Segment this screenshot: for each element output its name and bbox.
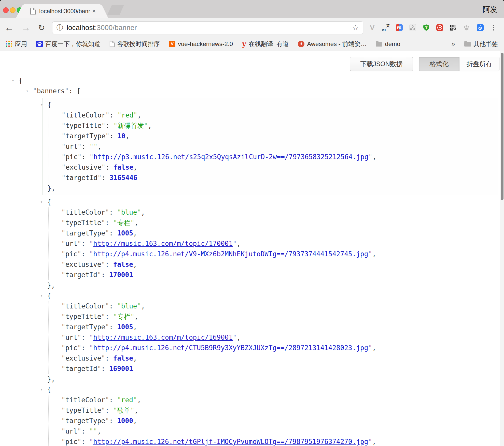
- address-bar[interactable]: ⓘ localhost:3000/banner ☆: [52, 21, 363, 34]
- json-token: ": [77, 334, 81, 341]
- json-link[interactable]: http://p4.music.126.net/V9-MXz6b2MNhEKju…: [93, 250, 368, 258]
- collapse-triangle-icon[interactable]: ▾: [38, 291, 45, 301]
- new-tab-button[interactable]: [107, 5, 124, 15]
- back-button[interactable]: ←: [5, 23, 14, 32]
- json-line: ▾"banners": [: [33, 86, 500, 96]
- translate-extension-icon[interactable]: 英 en: [382, 24, 389, 31]
- json-link[interactable]: http://music.163.com/m/topic/170001: [93, 240, 233, 247]
- json-token: ": [368, 344, 372, 352]
- bookmark-folder-demo[interactable]: demo: [376, 40, 400, 48]
- json-token: ": [117, 111, 121, 119]
- translate-source-label: en: [382, 27, 386, 32]
- collapse-triangle-icon[interactable]: ▾: [39, 100, 45, 110]
- url-text[interactable]: localhost:3000/banner: [67, 24, 137, 32]
- json-token: },: [47, 281, 55, 289]
- scrollbar-track[interactable]: [500, 51, 504, 446]
- json-line: "exclusive": false,: [61, 259, 500, 270]
- json-value-number: 1000: [117, 417, 133, 425]
- bookmark-youdao[interactable]: y 在线翻译_有道: [242, 40, 289, 48]
- json-token: ": [61, 344, 65, 352]
- bookmark-google-sort[interactable]: 谷歌按时间排序: [109, 40, 160, 48]
- page-icon: [30, 8, 36, 14]
- format-button[interactable]: 格式化: [419, 57, 459, 71]
- json-line: ▾{: [47, 100, 498, 110]
- json-token: ": [33, 87, 37, 95]
- chrome-menu-icon[interactable]: [490, 24, 497, 31]
- json-token: ": [130, 313, 134, 320]
- tab-strip: localhost:3000/banner × 阿发: [0, 0, 504, 18]
- json-token: ": [105, 229, 109, 237]
- json-token: :: [109, 302, 117, 310]
- reload-button[interactable]: ↻: [38, 24, 45, 32]
- collapse-all-button[interactable]: 折叠所有: [459, 57, 499, 71]
- json-token: ": [89, 427, 93, 435]
- json-value-string: red: [121, 111, 133, 119]
- json-token: ": [89, 438, 93, 445]
- json-token: {: [47, 198, 51, 206]
- json-token: :: [105, 313, 113, 320]
- tab-close-icon[interactable]: ×: [92, 8, 96, 15]
- json-link[interactable]: http://p3.music.126.net/s25q2x5QyqsAzilC…: [93, 153, 368, 161]
- collapse-triangle-icon[interactable]: ▾: [24, 86, 30, 96]
- json-token: :: [105, 163, 113, 171]
- bookmark-awesomes[interactable]: A Awesomes - 前端资…: [298, 40, 367, 48]
- page-info-icon[interactable]: ⓘ: [57, 23, 63, 32]
- json-value-number: 10: [117, 132, 125, 140]
- json-key: pic: [65, 438, 77, 445]
- youdao-icon: y: [242, 40, 246, 47]
- json-line: "pic": "http://p4.music.126.net/tGPljf-I…: [61, 437, 500, 446]
- json-token: ": [105, 302, 109, 310]
- json-children: "titleColor": "red","typeTitle": "新碟首发",…: [49, 110, 498, 183]
- bookmarks-overflow-chevron[interactable]: »: [452, 40, 455, 48]
- vue-devtools-extension-icon[interactable]: V: [369, 24, 376, 31]
- json-key: typeTitle: [65, 313, 101, 320]
- bookmark-star-icon[interactable]: ☆: [352, 23, 359, 32]
- json-link[interactable]: http://p4.music.126.net/tGPljf-IMOCyPvum…: [93, 438, 368, 445]
- bookmark-label: demo: [385, 40, 400, 48]
- fe-extension-icon[interactable]: FE: [396, 24, 403, 31]
- json-token: ,: [133, 229, 137, 237]
- json-line: ▾{: [47, 291, 500, 301]
- collapse-triangle-icon[interactable]: ▾: [38, 197, 45, 207]
- bookmark-apps[interactable]: 应用: [6, 40, 27, 48]
- json-token: :: [109, 132, 117, 140]
- json-line: "pic": "http://p4.music.126.net/CTU5B9R9…: [61, 343, 500, 353]
- json-token: ": [90, 143, 94, 150]
- bookmarks-bar: 应用 百度一下，你就知道 谷歌按时间排序 V vue-hackernews-2.…: [0, 37, 504, 51]
- other-bookmarks-folder[interactable]: 其他书签: [464, 40, 498, 48]
- json-key: targetId: [65, 271, 97, 279]
- paw-extension-icon[interactable]: [463, 24, 470, 31]
- traffic-light-close-button[interactable]: [3, 7, 9, 13]
- json-array-item: ▾{"titleColor": "blue","typeTitle": "专栏"…: [47, 197, 500, 291]
- json-token: ": [90, 153, 94, 161]
- sitemap-extension-icon[interactable]: [409, 24, 416, 31]
- json-line: "targetType": 1005,: [61, 322, 500, 332]
- scrollbar-thumb[interactable]: [501, 53, 503, 200]
- qr-code-extension-icon[interactable]: [450, 24, 457, 31]
- video-speed-extension-icon[interactable]: [436, 24, 443, 31]
- json-token: {: [47, 386, 51, 393]
- json-key: exclusive: [66, 163, 102, 171]
- collapse-triangle-icon[interactable]: ▾: [38, 384, 45, 395]
- json-key: titleColor: [66, 111, 106, 119]
- json-token: ": [137, 209, 141, 216]
- json-link[interactable]: http://p4.music.126.net/CTU5B9R9y3XyYBZX…: [93, 344, 368, 352]
- json-token: ": [117, 396, 121, 404]
- view-mode-button-group: 格式化 折叠所有: [419, 57, 499, 71]
- json-link[interactable]: http://music.163.com/m/topic/169001: [93, 334, 233, 341]
- collapse-triangle-icon[interactable]: ▾: [10, 76, 16, 86]
- profile-name[interactable]: 阿发: [483, 5, 497, 15]
- json-token: ": [77, 427, 81, 435]
- download-manager-extension-icon[interactable]: [477, 24, 484, 31]
- json-token: ,: [133, 261, 137, 268]
- toolbar: ← → ↻ ⓘ localhost:3000/banner ☆ V 英 en F…: [0, 18, 504, 37]
- tampermonkey-shield-icon[interactable]: T: [423, 24, 430, 31]
- traffic-light-minimize-button[interactable]: [10, 7, 16, 13]
- json-token: :: [81, 334, 89, 341]
- json-token: :: [81, 153, 89, 161]
- bookmark-baidu[interactable]: 百度一下，你就知道: [36, 40, 100, 48]
- json-token: :: [81, 427, 89, 435]
- tab-active[interactable]: localhost:3000/banner ×: [25, 4, 99, 18]
- bookmark-vue-hackernews[interactable]: V vue-hackernews-2.0: [169, 40, 233, 48]
- download-json-button[interactable]: 下载JSON数据: [350, 57, 413, 71]
